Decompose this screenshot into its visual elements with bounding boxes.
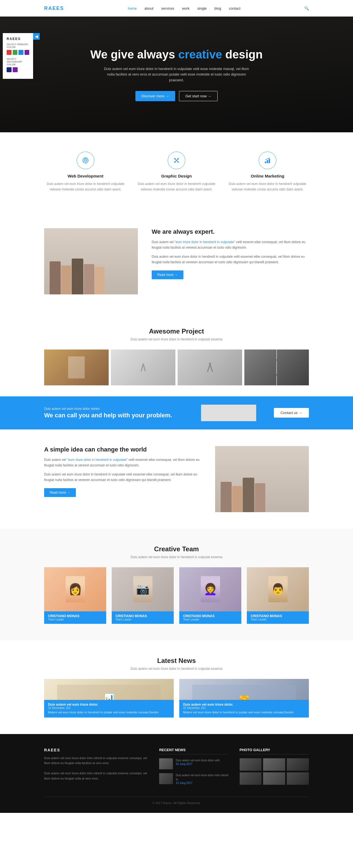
cta-banner: Duis autem vel eum iriure dolor ndrert W… <box>0 396 353 430</box>
gallery-item-6[interactable] <box>287 772 309 785</box>
team-card-1: 👩 CRISTIANO MONAS Team Leader <box>44 567 106 624</box>
gallery-item-4[interactable] <box>240 772 262 785</box>
footer-recent-news: RECENT NEWS Duis autem vel eum iriure do… <box>159 748 228 788</box>
news-title-2: Duis autem vel eum iriure dolor. <box>183 703 305 707</box>
search-icon[interactable]: 🔍 <box>304 6 309 10</box>
news-grid: 📊 Duis autem vel eum iriure dolor. 22 De… <box>44 679 309 717</box>
footer-gallery-title: PHOTO GALLERY <box>240 748 309 754</box>
team-name-2: CRISTIANO MONAS <box>116 614 170 618</box>
get-start-button[interactable]: Get start now → <box>179 91 217 101</box>
footer: RAEES Duis autem vel eum iriure dolor in… <box>0 734 353 813</box>
about-text2: Duis autem vel eum iriure dolor in hendr… <box>152 254 309 265</box>
about-readmore-button[interactable]: Read more → <box>152 270 183 279</box>
team-name-4: CRISTIANO MONAS <box>251 614 305 618</box>
news-card-1[interactable]: 📊 Duis autem vel eum iriure dolor. 22 De… <box>44 679 174 717</box>
team-role-3: Team Leader <box>183 618 237 621</box>
nav-item-work[interactable]: work <box>182 6 189 11</box>
swatch-purple[interactable] <box>25 50 30 55</box>
web-dev-icon <box>77 152 94 169</box>
whyus-text1: Duis autem vel "eum iriure dolor in hend… <box>44 457 201 468</box>
gallery-item-5[interactable] <box>263 772 285 785</box>
news-desc-1: Muteni vel eum iriure dolor in hendrerit… <box>48 710 170 715</box>
whyus-text2: Duis autem vel eum iriure dolor in hendr… <box>44 472 201 483</box>
cta-small-text: Duis autem vel eum iriure dolor ndrert <box>44 407 172 411</box>
footer-gallery: PHOTO GALLERY <box>240 748 309 788</box>
nav-item-contact[interactable]: contact <box>229 6 240 11</box>
color-panel-toggle[interactable]: ◀ <box>33 33 40 40</box>
team-photo-1: 👩 <box>44 567 106 611</box>
portfolio-item-1[interactable] <box>44 349 109 385</box>
swatch-red[interactable] <box>7 50 11 55</box>
swatch-purple2[interactable] <box>13 67 18 72</box>
portfolio-item-2[interactable] <box>111 349 175 385</box>
footer-copyright: © 2017 Raees. All Rights Reserved. <box>152 801 201 805</box>
footer-about-text1: Duis autem vel eum iriure dolor inhe ndr… <box>44 755 148 766</box>
nav-menu: home about services work single blog con… <box>128 6 240 11</box>
news-image-2: 🤝 Duis autem vel eum iriure dolor. 22 De… <box>179 679 309 717</box>
discover-more-button[interactable]: Discover more → <box>136 91 175 101</box>
nav-logo[interactable]: RAEES <box>44 5 64 11</box>
news-date-2: 22 December, 201 <box>183 707 305 710</box>
service-card-marketing: Online Marketing Duis autem vel eum iriu… <box>226 152 309 192</box>
portfolio-item-4[interactable] <box>244 349 309 385</box>
hero-section: We give always creative design Duis aute… <box>0 17 353 132</box>
news-card-2[interactable]: 🤝 Duis autem vel eum iriure dolor. 22 De… <box>179 679 309 717</box>
swatch-navy[interactable] <box>7 67 11 72</box>
news-desc-2: Muteni vel eum iriure dolor in hendrerit… <box>183 710 305 715</box>
footer-recent-news-title: RECENT NEWS <box>159 748 228 754</box>
team-role-1: Team Leader <box>48 618 102 621</box>
team-info-1: CRISTIANO MONAS Team Leader <box>44 611 106 624</box>
hero-buttons: Discover more → Get start now → <box>90 91 263 101</box>
about-content: We are always expert. Duis autem vel "eu… <box>152 228 309 279</box>
team-photo-2: 📷 <box>112 567 174 611</box>
team-role-2: Team Leader <box>116 618 170 621</box>
gallery-item-3[interactable] <box>287 758 309 771</box>
footer-news-title-1: Duis autem vel eum iriure dolor velit. <box>176 758 220 763</box>
hero-content: We give always creative design Duis aute… <box>90 48 263 101</box>
nav-item-services[interactable]: services <box>161 6 174 11</box>
nav-item-blog[interactable]: blog <box>214 6 221 11</box>
hero-title: We give always creative design <box>90 48 263 61</box>
news-date-1: 22 December, 201 <box>48 707 170 710</box>
svg-rect-7 <box>265 161 266 163</box>
panel-brand: RAEES <box>7 37 29 41</box>
footer-news-text-1: Duis autem vel eum iriure dolor velit. 1… <box>176 758 220 769</box>
gallery-item-1[interactable] <box>240 758 262 771</box>
swatch-blue[interactable] <box>19 50 24 55</box>
nav-item-home[interactable]: home <box>128 6 137 11</box>
portfolio-section: Awesome Project Duis autem vel eum iriur… <box>0 311 353 396</box>
color-picker-panel: ◀ RAEES SELECT PRIMARY COLOR SELECT SECO… <box>3 33 33 79</box>
footer-news-date-1: 15 Jung 2017 <box>176 763 220 766</box>
footer-news-text-2: Duis autem vel eum iriure dolor inhe ndr… <box>176 773 228 784</box>
logo-text: RAEES <box>44 5 64 11</box>
swatch-green[interactable] <box>13 50 18 55</box>
news-overlay-1: Duis autem vel eum iriure dolor. 22 Dece… <box>44 700 174 717</box>
navbar: RAEES home about services work single bl… <box>0 0 353 17</box>
svg-point-4 <box>178 158 179 160</box>
secondary-color-label: SELECT SECONDARY COLOR <box>7 58 29 66</box>
gallery-item-2[interactable] <box>263 758 285 771</box>
team-card-3: 👩‍🦱 CRISTIANO MONAS Team Leader <box>179 567 241 624</box>
primary-color-label: SELECT PRIMARY COLOR <box>7 43 29 49</box>
footer-news-item-2: Duis autem vel eum iriure dolor inhe ndr… <box>159 773 228 784</box>
footer-news-thumb-1 <box>159 758 173 769</box>
nav-item-single[interactable]: single <box>197 6 207 11</box>
team-card-2: 📷 CRISTIANO MONAS Team Leader <box>112 567 174 624</box>
contact-us-button[interactable]: Contact us → <box>274 408 309 417</box>
service-card-graphic: Graphic Design Duis autem vel eum iriure… <box>135 152 218 192</box>
footer-news-title-2: Duis autem vel eum iriure dolor inhe ndr… <box>176 773 228 781</box>
web-dev-desc: Duis autem vel eum iriure dolor in hendr… <box>44 181 127 192</box>
team-info-4: CRISTIANO MONAS Team Leader <box>247 611 309 624</box>
primary-swatches <box>7 50 29 55</box>
footer-news-date-2: 15 Jung 2017 <box>176 781 228 784</box>
whyus-section: A simple idea can change the world Duis … <box>0 430 353 529</box>
svg-point-0 <box>83 158 88 163</box>
graphic-design-icon <box>168 152 185 169</box>
whyus-readmore-button[interactable]: Read more → <box>44 488 76 497</box>
nav-item-about[interactable]: about <box>145 6 154 11</box>
news-title-1: Duis autem vel eum iriure dolor. <box>48 703 170 707</box>
portfolio-item-3[interactable] <box>178 349 242 385</box>
team-section: Creative Team Duis autem vel eum iriure … <box>0 529 353 640</box>
secondary-swatches <box>7 67 29 72</box>
news-title: Latest News <box>44 657 309 664</box>
